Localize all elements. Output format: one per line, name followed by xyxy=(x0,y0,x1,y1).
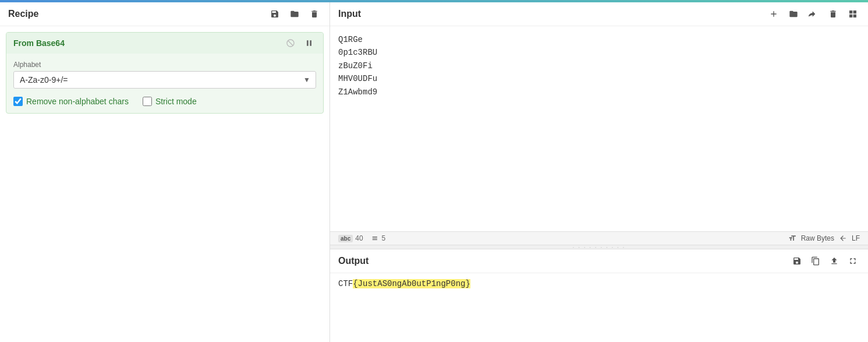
line-count: 5 xyxy=(382,234,386,242)
input-line-3: zBuZ0Fi xyxy=(338,59,860,72)
pause-operation-button[interactable] xyxy=(302,37,316,49)
alphabet-select-wrapper: A-Za-z0-9+/=A-Za-z0-9-_Custom ▼ xyxy=(13,71,316,89)
output-title: Output xyxy=(338,256,369,266)
line-count-stat: 5 xyxy=(371,234,386,242)
trash-icon xyxy=(310,9,319,19)
input-line-2: 0p1c3RBU xyxy=(338,46,860,59)
output-section: Output xyxy=(330,249,868,342)
save-recipe-button[interactable] xyxy=(268,8,282,20)
recipe-title: Recipe xyxy=(8,9,38,19)
remove-nonalpha-checkbox-item[interactable]: Remove non-alphabet chars xyxy=(13,97,129,106)
operation-body: Alphabet A-Za-z0-9+/=A-Za-z0-9-_Custom ▼… xyxy=(6,54,323,113)
add-input-button[interactable] xyxy=(767,8,781,20)
save-icon xyxy=(270,9,279,19)
remove-nonalpha-label: Remove non-alphabet chars xyxy=(26,97,129,106)
char-count: 40 xyxy=(355,234,363,242)
lines-icon xyxy=(371,234,380,242)
recipe-actions xyxy=(268,8,321,20)
output-prefix: CTF xyxy=(338,279,353,288)
export-icon xyxy=(809,9,818,19)
input-footer: abc 40 5 Raw Bytes xyxy=(330,231,868,245)
fullscreen-output-button[interactable] xyxy=(846,255,860,267)
save-output-icon xyxy=(792,256,802,266)
operation-header: From Base64 xyxy=(6,33,323,54)
output-highlight: {JustAS0ngAb0utP1ngP0ng} xyxy=(353,279,470,288)
open-file-icon xyxy=(789,9,798,19)
abc-badge: abc xyxy=(338,235,353,242)
input-text-area[interactable]: Q1RGe 0p1c3RBU zBuZ0Fi MHV0UDFu Z1Awbmd9 xyxy=(330,26,868,231)
left-panel: Recipe xyxy=(0,2,330,342)
input-header: Input xyxy=(330,2,868,26)
delete-input-button[interactable] xyxy=(826,8,840,20)
export-input-button[interactable] xyxy=(806,8,820,20)
output-content: CTF{JustAS0ngAb0utP1ngP0ng} xyxy=(330,273,868,342)
operation-name: From Base64 xyxy=(13,38,65,48)
input-line-4: MHV0UDFu xyxy=(338,72,860,85)
strict-mode-checkbox[interactable] xyxy=(143,97,152,106)
open-input-file-button[interactable] xyxy=(786,8,800,20)
folder-icon xyxy=(290,9,299,19)
fullscreen-icon xyxy=(848,256,858,266)
footer-stats: abc 40 5 xyxy=(338,234,385,242)
open-recipe-button[interactable] xyxy=(288,8,302,20)
copy-icon xyxy=(811,256,820,266)
checkboxes-row: Remove non-alphabet chars Strict mode xyxy=(13,97,316,106)
input-line-1: Q1RGe xyxy=(338,33,860,46)
disable-operation-button[interactable] xyxy=(284,37,297,49)
input-section: Input xyxy=(330,2,868,245)
pause-icon xyxy=(304,38,314,48)
delete-recipe-button[interactable] xyxy=(307,8,321,20)
disable-icon xyxy=(286,38,295,48)
operation-controls xyxy=(284,37,316,49)
save-output-button[interactable] xyxy=(790,255,804,267)
trash-input-icon xyxy=(828,9,838,19)
alphabet-label: Alphabet xyxy=(13,61,316,69)
strict-mode-checkbox-item[interactable]: Strict mode xyxy=(143,97,197,106)
input-line-5: Z1Awbmd9 xyxy=(338,86,860,98)
input-actions xyxy=(767,8,860,20)
remove-nonalpha-checkbox[interactable] xyxy=(13,97,23,106)
encoding-label: Raw Bytes xyxy=(801,234,834,242)
send-to-input-icon xyxy=(830,256,839,266)
output-actions xyxy=(790,255,860,267)
recipe-header: Recipe xyxy=(0,2,330,26)
send-to-input-button[interactable] xyxy=(827,255,841,267)
copy-output-button[interactable] xyxy=(809,255,823,267)
char-count-stat: abc 40 xyxy=(338,234,363,242)
input-title: Input xyxy=(338,9,361,19)
layout-icon xyxy=(848,9,858,19)
main-container: Recipe xyxy=(0,2,868,342)
footer-encoding: Raw Bytes LF xyxy=(788,234,860,242)
font-icon xyxy=(788,234,796,242)
arrow-left-icon xyxy=(839,234,847,242)
plus-icon xyxy=(769,9,778,19)
output-header: Output xyxy=(330,249,868,273)
operation-card: From Base64 xyxy=(6,32,324,114)
layout-button[interactable] xyxy=(846,8,860,20)
right-panel: Input xyxy=(330,2,868,342)
strict-mode-label: Strict mode xyxy=(155,97,197,106)
newline-label: LF xyxy=(852,234,860,242)
alphabet-select[interactable]: A-Za-z0-9+/=A-Za-z0-9-_Custom xyxy=(13,71,316,89)
